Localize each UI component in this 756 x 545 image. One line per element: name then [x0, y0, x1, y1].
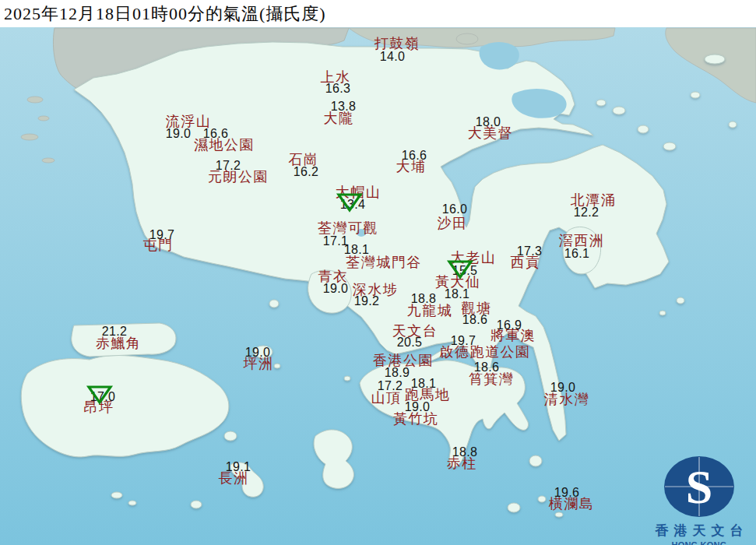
- station-name: 大美督: [468, 124, 514, 142]
- station-name: 上水: [321, 68, 351, 86]
- station-name: 橫瀾島: [549, 494, 595, 513]
- station-name: 觀塘: [462, 299, 492, 318]
- hko-logo-cn: 香港天文台: [642, 522, 756, 540]
- station-name: 濕地公園: [194, 135, 255, 154]
- station-name: 昂坪: [84, 398, 114, 417]
- station-name: 屯門: [143, 236, 174, 255]
- station-name: 西貢: [511, 253, 541, 272]
- station-name: 荃灣可觀: [318, 219, 378, 237]
- station-name: 九龍城: [407, 301, 453, 320]
- station-name: 筲箕灣: [469, 370, 515, 389]
- station-name: 山頂: [371, 389, 402, 407]
- station-name: 大帽山: [336, 183, 382, 202]
- station-name: 深水埗: [353, 280, 399, 299]
- hko-logo: S 香港天文台 HONG KONG OBSERVATORY: [642, 453, 756, 545]
- station-name: 坪洲: [244, 354, 274, 373]
- station-name: 香港公園: [373, 351, 434, 370]
- station-name: 荃灣城門谷: [346, 253, 422, 272]
- station-name: 大老山: [451, 248, 497, 267]
- hko-logo-monogram: S: [686, 460, 712, 513]
- station-name: 清水灣: [544, 390, 590, 409]
- station-name: 大埔: [396, 157, 427, 176]
- station-name: 大隴: [324, 109, 354, 128]
- station-name: 長洲: [219, 469, 249, 487]
- station-name: 天文台: [392, 322, 438, 340]
- station-name: 打鼓嶺: [374, 34, 420, 53]
- station-name: 青衣: [318, 267, 349, 286]
- station-name: 黃竹坑: [393, 410, 439, 428]
- station-name: 啟德跑道公園: [440, 343, 531, 361]
- station-name: 赤柱: [447, 454, 477, 473]
- title-bar: 2025年12月18日01時00分的氣溫(攝氏度): [0, 0, 756, 27]
- station-name: 沙田: [438, 214, 468, 233]
- station-name: 石崗: [289, 150, 319, 169]
- hko-logo-en: HONG KONG OBSERVATORY: [642, 540, 756, 545]
- station-name: 北潭涌: [571, 191, 617, 209]
- station-name: 滘西洲: [559, 231, 605, 250]
- station-name: 元朗公園: [208, 167, 269, 186]
- hko-logo-emblem: S: [652, 453, 746, 520]
- station-name: 赤鱲角: [96, 334, 142, 353]
- weather-map-screen: 2025年12月18日01時00分的氣溫(攝氏度) 14.0打鼓嶺16.3上水1…: [0, 0, 756, 545]
- map-title: 2025年12月18日01時00分的氣溫(攝氏度): [0, 2, 326, 26]
- station-name: 黃大仙: [435, 272, 481, 291]
